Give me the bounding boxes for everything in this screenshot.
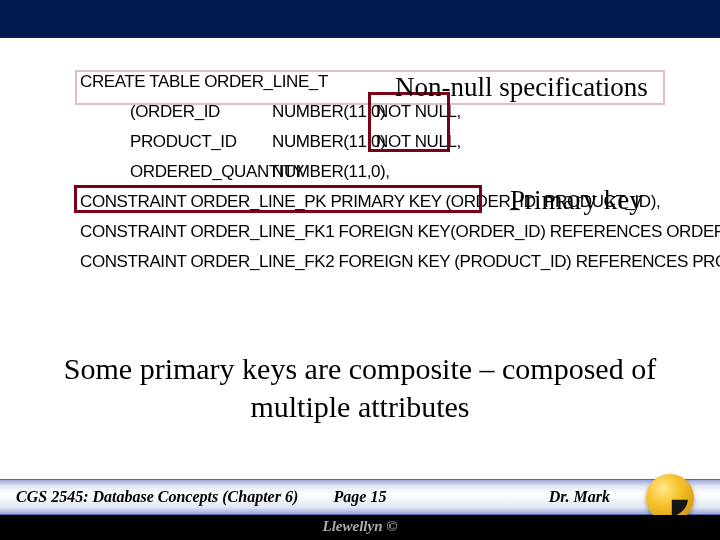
sql-line-3-type: NUMBER(11,0), [272,162,390,182]
annotation-nonnull: Non-null specifications [395,72,648,103]
highlight-primarykey [74,185,482,213]
slide: CREATE TABLE ORDER_LINE_T (ORDER_ID NUMB… [0,0,720,540]
footer-cutoff: Llewellyn © [0,515,720,540]
footer-page: Page 15 [0,488,720,506]
body-text: Some primary keys are composite – compos… [60,350,660,425]
sql-line-1-col: (ORDER_ID [130,102,220,122]
title-bar [0,0,720,38]
footer-author: Dr. Mark [549,488,610,506]
sql-line-5: CONSTRAINT ORDER_LINE_FK1 FOREIGN KEY(OR… [80,222,720,242]
sql-line-2-col: PRODUCT_ID [130,132,237,152]
annotation-primary: Primary key [510,185,643,216]
sql-line-6: CONSTRAINT ORDER_LINE_FK2 FOREIGN KEY (P… [80,252,720,272]
footer: CGS 2545: Database Concepts (Chapter 6) … [0,479,720,515]
